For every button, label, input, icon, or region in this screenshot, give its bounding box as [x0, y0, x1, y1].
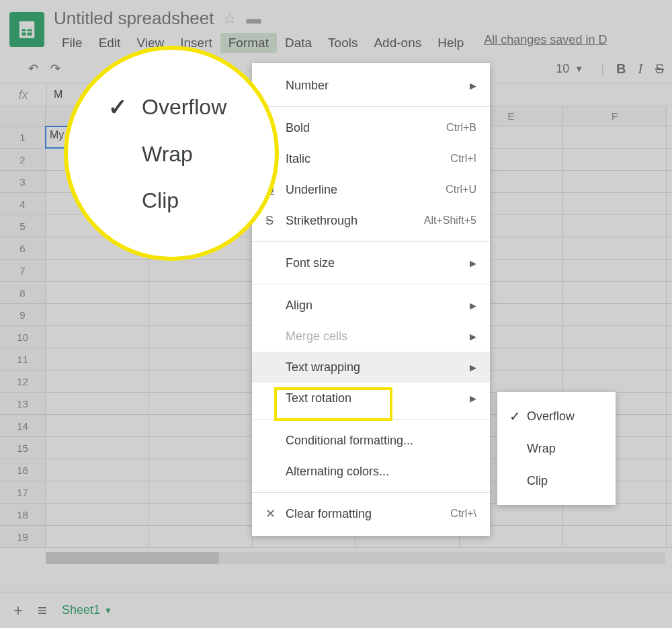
row-header[interactable]: 19 [0, 526, 46, 547]
menu-help[interactable]: Help [429, 33, 472, 53]
submenu-wrap[interactable]: Wrap [497, 432, 616, 465]
cell[interactable] [563, 282, 667, 303]
italic-button[interactable]: I [638, 60, 642, 77]
font-size-selector[interactable]: 10 ▼ [556, 62, 583, 76]
menu-alternating-colors[interactable]: Alternating colors... [252, 456, 490, 487]
horizontal-scrollbar[interactable] [46, 552, 665, 564]
menu-conditional-formatting[interactable]: Conditional formatting... [252, 425, 490, 456]
menu-text-wrapping[interactable]: Text wrapping▶ [252, 352, 490, 383]
cell[interactable] [46, 260, 149, 281]
menu-bold[interactable]: BBoldCtrl+B [252, 112, 490, 143]
cell[interactable] [563, 348, 667, 370]
menu-data[interactable]: Data [277, 33, 320, 53]
cell[interactable] [46, 415, 149, 436]
document-title[interactable]: Untitled spreadsheet [54, 8, 214, 29]
cell[interactable] [149, 504, 253, 525]
cell[interactable] [46, 304, 149, 325]
cell[interactable] [563, 326, 667, 348]
cell[interactable] [563, 504, 667, 525]
menu-number[interactable]: Number▶ [252, 70, 490, 101]
cell[interactable] [46, 504, 149, 525]
menu-underline[interactable]: UUnderlineCtrl+U [252, 174, 490, 205]
cell[interactable] [46, 348, 149, 370]
bold-button[interactable]: B [616, 61, 626, 77]
select-all-corner[interactable] [0, 106, 46, 126]
cell[interactable] [149, 437, 253, 459]
cell[interactable] [149, 415, 253, 436]
menu-addons[interactable]: Add-ons [366, 33, 429, 53]
redo-icon[interactable]: ↷ [50, 61, 60, 76]
row-header[interactable]: 3 [0, 171, 46, 192]
star-icon[interactable]: ☆ [223, 10, 237, 28]
submenu-clip[interactable]: Clip [497, 465, 616, 497]
cell[interactable] [46, 437, 149, 459]
menu-italic[interactable]: IItalicCtrl+I [252, 143, 490, 174]
cell[interactable] [46, 481, 149, 503]
formula-input[interactable]: M [47, 89, 62, 101]
strikethrough-button[interactable]: S [655, 61, 664, 77]
row-header[interactable]: 12 [0, 370, 46, 392]
cell[interactable] [563, 370, 667, 392]
cell[interactable] [46, 526, 149, 547]
undo-icon[interactable]: ↶ [28, 61, 38, 76]
folder-icon[interactable]: ▬ [246, 10, 261, 28]
cell[interactable] [46, 393, 149, 414]
cell[interactable] [563, 237, 667, 259]
row-header[interactable]: 6 [0, 237, 46, 259]
row-header[interactable]: 13 [0, 393, 46, 414]
cell[interactable] [563, 193, 667, 214]
cell[interactable] [46, 459, 149, 481]
row-header[interactable]: 5 [0, 215, 46, 237]
row-header[interactable]: 10 [0, 326, 46, 348]
row-header[interactable]: 14 [0, 415, 46, 436]
menu-file[interactable]: File [54, 33, 91, 53]
menu-align[interactable]: Align▶ [252, 290, 490, 321]
cell[interactable] [563, 126, 667, 148]
cell[interactable] [149, 282, 253, 303]
menu-font-size[interactable]: Font size▶ [252, 247, 490, 278]
all-sheets-icon[interactable]: ≡ [38, 601, 47, 620]
row-header[interactable]: 11 [0, 348, 46, 370]
menu-edit[interactable]: Edit [91, 33, 129, 53]
menu-clear-formatting[interactable]: ✕Clear formattingCtrl+\ [252, 498, 490, 529]
row-header[interactable]: 16 [0, 459, 46, 481]
menu-format[interactable]: Format [220, 33, 277, 53]
row-header[interactable]: 15 [0, 437, 46, 459]
cell[interactable] [149, 260, 253, 281]
cell[interactable] [563, 304, 667, 325]
cell[interactable] [149, 304, 253, 325]
cell[interactable] [46, 370, 149, 392]
cell[interactable] [149, 326, 253, 348]
sheet-bar: + ≡ Sheet1 ▼ [0, 592, 672, 628]
row-header[interactable]: 1 [0, 126, 46, 148]
cell[interactable] [149, 393, 253, 414]
row-header[interactable]: 2 [0, 149, 46, 170]
cell[interactable] [563, 260, 667, 281]
cell[interactable] [563, 526, 667, 547]
cell[interactable] [149, 526, 253, 547]
row-header[interactable]: 18 [0, 504, 46, 525]
row-header[interactable]: 4 [0, 193, 46, 214]
cell[interactable] [149, 370, 253, 392]
cell[interactable] [46, 326, 149, 348]
cell[interactable] [149, 459, 253, 481]
cell[interactable] [149, 348, 253, 370]
col-header[interactable]: F [563, 106, 667, 126]
menu-text-rotation[interactable]: Text rotation▶ [252, 383, 490, 414]
row-header[interactable]: 17 [0, 481, 46, 503]
cell[interactable] [563, 171, 667, 192]
add-sheet-icon[interactable]: + [13, 601, 23, 620]
cell[interactable] [563, 149, 667, 170]
sheets-logo[interactable] [9, 12, 44, 47]
save-status[interactable]: All changes saved in D [484, 33, 607, 53]
row-header[interactable]: 7 [0, 260, 46, 281]
cell[interactable] [563, 215, 667, 237]
cell[interactable] [149, 481, 253, 503]
menu-tools[interactable]: Tools [320, 33, 366, 53]
cell[interactable] [46, 282, 149, 303]
menu-strikethrough[interactable]: SStrikethroughAlt+Shift+5 [252, 205, 490, 236]
sheet-tab[interactable]: Sheet1 ▼ [62, 603, 112, 617]
row-header[interactable]: 8 [0, 282, 46, 303]
submenu-overflow[interactable]: ✓Overflow [497, 400, 616, 432]
row-header[interactable]: 9 [0, 304, 46, 325]
